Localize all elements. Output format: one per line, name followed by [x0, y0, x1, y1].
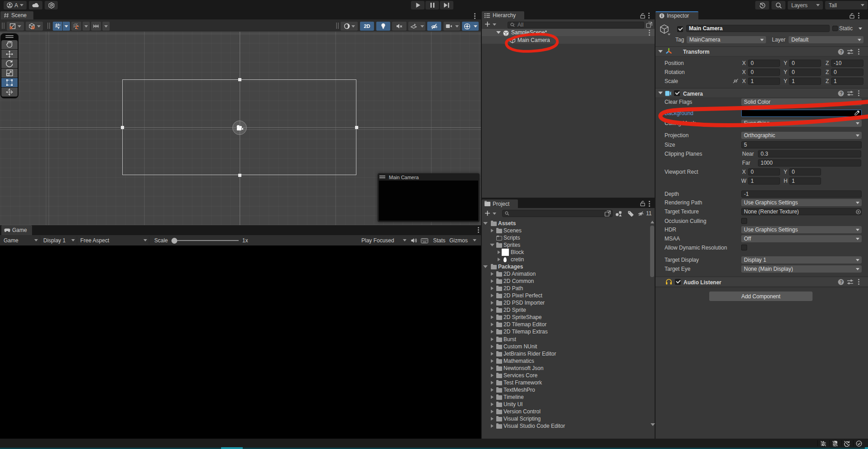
svg-text:?: ? [840, 280, 843, 285]
svg-text:?: ? [840, 91, 843, 96]
svg-text:Y: Y [57, 26, 60, 29]
svg-text:?: ? [840, 50, 843, 55]
